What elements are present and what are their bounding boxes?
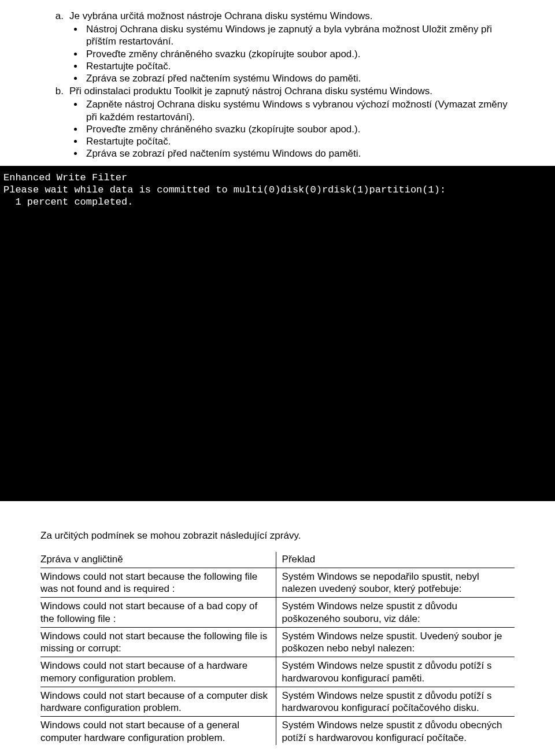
messages-table: Zpráva v angličtině Překlad Windows coul… xyxy=(40,552,515,745)
console-line: 1 percent completed. xyxy=(3,197,133,207)
list-item: Zpráva se zobrazí před načtením systému … xyxy=(84,72,515,84)
table-header-left: Zpráva v angličtině xyxy=(40,552,276,568)
table-row: Windows could not start because of a bad… xyxy=(40,598,515,628)
item-a-text: Je vybrána určitá možnost nástroje Ochra… xyxy=(69,10,515,22)
table-cell-left: Windows could not start because of a har… xyxy=(40,657,276,687)
table-cell-right: Systém Windows nelze spustit z důvodu po… xyxy=(276,657,515,687)
item-b-bullets: Zapněte nástroj Ochrana disku systému Wi… xyxy=(40,98,515,160)
upper-text-section: a. Je vybrána určitá možnost nástroje Oc… xyxy=(0,0,555,166)
table-cell-left: Windows could not start because of a com… xyxy=(40,687,276,717)
list-item: Zapněte nástroj Ochrana disku systému Wi… xyxy=(84,98,515,123)
list-item: Restartujte počítač. xyxy=(84,135,515,147)
table-row: Windows could not start because of a har… xyxy=(40,657,515,687)
item-a-letter: a. xyxy=(40,10,69,22)
table-cell-right: Systém Windows nelze spustit z důvodu ob… xyxy=(276,717,515,745)
list-item: Proveďte změny chráněného svazku (zkopír… xyxy=(84,123,515,135)
table-cell-right: Systém Windows se nepodařilo spustit, ne… xyxy=(276,568,515,598)
table-row: Windows could not start because of a gen… xyxy=(40,717,515,745)
table-cell-left: Windows could not start because the foll… xyxy=(40,568,276,598)
table-header-row: Zpráva v angličtině Překlad xyxy=(40,552,515,568)
table-row: Windows could not start because the foll… xyxy=(40,568,515,598)
list-item: Restartujte počítač. xyxy=(84,60,515,72)
table-cell-right: Systém Windows nelze spustit z důvodu po… xyxy=(276,687,515,717)
item-b-letter: b. xyxy=(40,86,69,97)
list-item: Zpráva se zobrazí před načtením systému … xyxy=(84,147,515,160)
item-b-text: Při odinstalaci produktu Toolkit je zapn… xyxy=(69,86,515,97)
table-header-right: Překlad xyxy=(276,552,515,568)
lower-text-section: Za určitých podmínek se mohou zobrazit n… xyxy=(0,501,555,757)
table-cell-left: Windows could not start because of a gen… xyxy=(40,717,276,745)
table-row: Windows could not start because the foll… xyxy=(40,627,515,657)
console-line: Please wait while data is committed to m… xyxy=(3,184,446,195)
list-item: Proveďte změny chráněného svazku (zkopír… xyxy=(84,48,515,60)
table-row: Windows could not start because of a com… xyxy=(40,687,515,717)
intro-paragraph: Za určitých podmínek se mohou zobrazit n… xyxy=(40,530,515,542)
table-cell-left: Windows could not start because the foll… xyxy=(40,627,276,657)
console-line: Enhanced Write Filter xyxy=(3,172,127,183)
document-page: a. Je vybrána určitá možnost nástroje Oc… xyxy=(0,0,555,756)
table-cell-right: Systém Windows nelze spustit z důvodu po… xyxy=(276,598,515,628)
ordered-item-a: a. Je vybrána určitá možnost nástroje Oc… xyxy=(40,10,515,22)
table-cell-left: Windows could not start because of a bad… xyxy=(40,598,276,628)
list-item: Nástroj Ochrana disku systému Windows je… xyxy=(84,23,515,48)
ordered-item-b: b. Při odinstalaci produktu Toolkit je z… xyxy=(40,86,515,97)
item-a-bullets: Nástroj Ochrana disku systému Windows je… xyxy=(40,23,515,84)
table-cell-right: Systém Windows nelze spustit. Uvedený so… xyxy=(276,627,515,657)
console-screenshot: Enhanced Write Filter Please wait while … xyxy=(0,166,555,501)
